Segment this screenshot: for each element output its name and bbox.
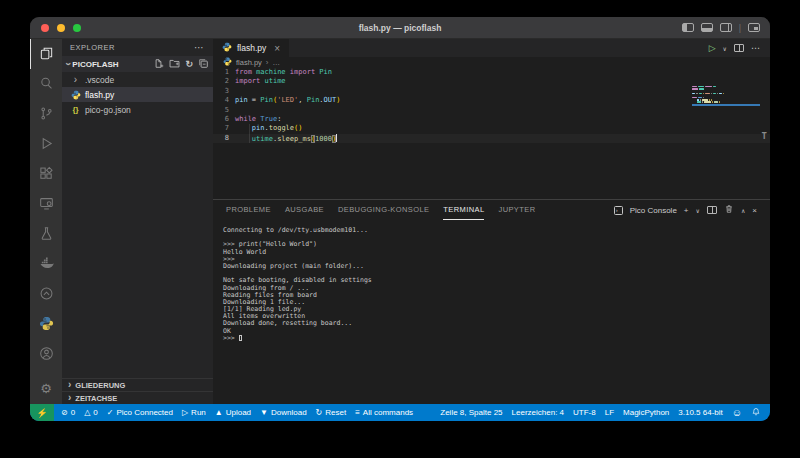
minimize-window-button[interactable] (57, 24, 65, 32)
pico-go-icon (39, 286, 54, 303)
refresh-icon[interactable]: ↻ (185, 59, 193, 69)
section-gliederung[interactable]: ›GLIEDERUNG (62, 378, 213, 391)
activity-item-pico-go[interactable] (30, 280, 62, 310)
split-terminal-icon[interactable] (707, 206, 717, 214)
status-pico-run[interactable]: ▷Run (182, 408, 206, 417)
folder-section-actions: ↻ (153, 58, 209, 71)
toggle-secondary-sidebar-icon[interactable] (720, 23, 732, 32)
breadcrumb-symbol[interactable]: … (273, 58, 281, 67)
file-item-pico-go-json[interactable]: {}pico-go.json (62, 102, 213, 117)
status-feedback[interactable]: ☺ (732, 407, 742, 418)
status-pico-download[interactable]: ▼Download (260, 408, 307, 417)
sidebar-bottom-sections: ›GLIEDERUNG›ZEITACHSE (62, 378, 213, 404)
window-title: flash.py — picoflash (30, 23, 770, 33)
editor-more-actions-icon[interactable]: ⋯ (751, 43, 761, 53)
breadcrumb-file[interactable]: flash.py (236, 58, 262, 67)
status-label: 3.10.5 64-bit (678, 408, 722, 417)
activity-item-python[interactable] (30, 310, 62, 340)
feedback-icon: ☺ (732, 407, 742, 418)
minimap[interactable] (692, 86, 762, 106)
status-pico-connected[interactable]: ✓Pico Connected (107, 408, 173, 417)
activity-item-testing[interactable] (30, 219, 62, 249)
status-pico-upload[interactable]: ▲Upload (215, 408, 251, 417)
activity-item-source-control[interactable] (30, 99, 62, 129)
zoom-window-button[interactable] (73, 24, 81, 32)
breadcrumb[interactable]: flash.py › … (213, 57, 770, 68)
toggle-sidebar-icon[interactable] (682, 23, 694, 32)
status-problems-warnings[interactable]: △0 (84, 408, 98, 417)
panel-tab-jupyter[interactable]: JUPYTER (498, 200, 535, 220)
status-label: Upload (226, 408, 251, 417)
tab-flash-py[interactable]: flash.py × (213, 39, 289, 57)
python-file-icon (222, 42, 232, 54)
collapse-all-icon[interactable] (198, 58, 209, 71)
status-problems-errors[interactable]: ⊘0 (61, 408, 75, 417)
status-encoding[interactable]: UTF-8 (573, 408, 596, 417)
run-dropdown-chevron-icon[interactable]: ∨ (723, 45, 727, 52)
explorer-more-actions-icon[interactable]: ⋯ (194, 42, 205, 53)
close-window-button[interactable] (41, 24, 49, 32)
activity-item-run-debug[interactable] (30, 129, 62, 159)
docker-icon (39, 256, 54, 273)
kill-terminal-icon[interactable] (724, 204, 734, 216)
extensions-icon (39, 166, 54, 183)
panel-tab-bar: PROBLEMEAUSGABEDEBUGGING-KONSOLETERMINAL… (213, 200, 770, 220)
bell-icon (751, 407, 761, 419)
close-panel-icon[interactable]: × (752, 206, 757, 215)
status-indentation[interactable]: Leerzeichen: 4 (512, 408, 564, 417)
terminal[interactable]: Connecting to /dev/tty.usbmodem101... >>… (213, 220, 770, 404)
section-zeitachse[interactable]: ›ZEITACHSE (62, 391, 213, 404)
bottom-panel: PROBLEMEAUSGABEDEBUGGING-KONSOLETERMINAL… (213, 199, 770, 404)
folder-icon: › (70, 75, 81, 85)
titlebar-separator: | (739, 23, 741, 33)
overview-ruler-marker: T (762, 131, 767, 141)
run-python-file-icon[interactable]: ▷ (709, 43, 716, 53)
chevron-right-icon: › (68, 380, 71, 390)
terminal-dropdown-chevron-icon[interactable]: ∨ (696, 207, 700, 214)
status-python-interpreter[interactable]: 3.10.5 64-bit (678, 408, 722, 417)
new-folder-icon[interactable] (169, 58, 180, 71)
panel-tab-debugging-konsole[interactable]: DEBUGGING-KONSOLE (338, 200, 429, 220)
split-editor-icon[interactable] (734, 44, 744, 52)
panel-tab-ausgabe[interactable]: AUSGABE (285, 200, 324, 220)
folder-section-header[interactable]: › PICOFLASH ↻ (62, 56, 213, 72)
panel-actions: ›Pico Console+∨∧× (614, 204, 757, 216)
code-editor[interactable]: T 1from machine import Pin2import utime3… (213, 68, 770, 199)
activity-item-remote-explorer[interactable] (30, 189, 62, 219)
activity-item-docker[interactable] (30, 250, 62, 280)
maximize-panel-chevron-icon[interactable]: ∧ (741, 207, 745, 214)
code-line-7: 7 pin.toggle() (213, 124, 770, 133)
activity-item-explorer[interactable] (30, 39, 62, 69)
status-label: LF (605, 408, 614, 417)
code-line-1: 1from machine import Pin (213, 68, 770, 77)
toggle-panel-icon[interactable] (701, 23, 713, 32)
console-selector[interactable]: Pico Console (630, 206, 677, 215)
activity-item-accounts[interactable] (30, 340, 62, 370)
status-pico-reset[interactable]: ↻Reset (316, 408, 347, 417)
minimap-current-line (692, 104, 760, 106)
file-label: .vscode (85, 75, 114, 85)
chevron-right-icon: › (68, 393, 71, 403)
status-notifications[interactable] (751, 407, 761, 419)
titlebar[interactable]: flash.py — picoflash | (30, 17, 770, 39)
activity-item-extensions[interactable] (30, 159, 62, 189)
terminal-line: OK (223, 328, 770, 335)
panel-tab-terminal[interactable]: TERMINAL (443, 200, 484, 220)
status-eol[interactable]: LF (605, 408, 614, 417)
remote-explorer-icon (39, 196, 54, 213)
status-remote-indicator[interactable]: ⚡ (30, 404, 54, 421)
new-terminal-icon[interactable]: + (684, 206, 689, 215)
status-pico-all-commands[interactable]: ≡All commands (355, 408, 413, 417)
activity-item-search[interactable] (30, 69, 62, 99)
status-cursor-position[interactable]: Zeile 8, Spalte 25 (440, 408, 502, 417)
file-item-flash-py[interactable]: flash.py (62, 87, 213, 102)
panel-tab-probleme[interactable]: PROBLEME (226, 200, 271, 220)
new-file-icon[interactable] (153, 58, 164, 71)
file-item--vscode[interactable]: ›.vscode (62, 72, 213, 87)
line-number: 5 (213, 106, 235, 115)
status-language-mode[interactable]: MagicPython (623, 408, 669, 417)
customize-layout-icon[interactable] (748, 23, 760, 32)
search-icon (39, 76, 54, 93)
close-tab-icon[interactable]: × (274, 43, 280, 54)
activity-item-settings[interactable]: ⚙ (30, 374, 62, 404)
